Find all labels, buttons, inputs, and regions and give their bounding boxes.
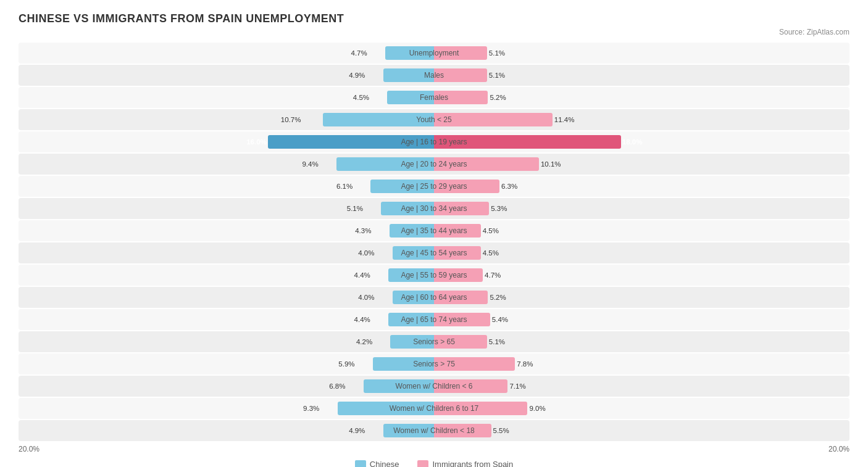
table-row: 4.3% Age | 35 to 44 years 4.5%: [19, 220, 849, 241]
chart-title: CHINESE VS IMMIGRANTS FROM SPAIN UNEMPLO…: [19, 12, 849, 25]
table-row: 4.0% Age | 60 to 64 years 5.2%: [19, 287, 849, 308]
table-row: 16.0% Age | 16 to 19 years 18.0%: [19, 131, 849, 152]
table-row: 4.4% Age | 55 to 59 years 4.7%: [19, 265, 849, 286]
table-row: 4.9% Women w/ Children < 18 5.5%: [19, 420, 849, 441]
legend-box-spain: [417, 460, 428, 468]
table-row: 5.1% Age | 30 to 34 years 5.3%: [19, 198, 849, 219]
table-row: 4.4% Age | 65 to 74 years 5.4%: [19, 309, 849, 330]
rows-wrapper: 4.7% Unemployment 5.1% 4.9% Males 5.1% 4…: [19, 43, 849, 441]
table-row: 4.2% Seniors > 65 5.1%: [19, 331, 849, 352]
table-row: 4.7% Unemployment 5.1%: [19, 43, 849, 64]
table-row: 6.1% Age | 25 to 29 years 6.3%: [19, 176, 849, 197]
table-row: 5.9% Seniors > 75 7.8%: [19, 353, 849, 374]
table-row: 4.9% Males 5.1%: [19, 65, 849, 86]
source-label: Source: ZipAtlas.com: [19, 28, 849, 36]
axis-right: 20.0%: [828, 445, 849, 453]
table-row: 9.3% Women w/ Children 6 to 17 9.0%: [19, 398, 849, 419]
table-row: 9.4% Age | 20 to 24 years 10.1%: [19, 154, 849, 175]
table-row: 10.7% Youth < 25 11.4%: [19, 109, 849, 130]
table-row: 4.5% Females 5.2%: [19, 87, 849, 108]
legend-label-spain: Immigrants from Spain: [432, 460, 513, 467]
axis-labels: 20.0% 20.0%: [19, 445, 849, 453]
legend: Chinese Immigrants from Spain: [19, 460, 849, 467]
chart-container: CHINESE VS IMMIGRANTS FROM SPAIN UNEMPLO…: [0, 0, 868, 467]
axis-left: 20.0%: [19, 445, 40, 453]
legend-item-chinese: Chinese: [355, 460, 399, 467]
legend-box-chinese: [355, 460, 366, 468]
legend-item-spain: Immigrants from Spain: [417, 460, 513, 467]
legend-label-chinese: Chinese: [370, 460, 399, 467]
chart-area: 4.7% Unemployment 5.1% 4.9% Males 5.1% 4…: [19, 43, 849, 453]
table-row: 4.0% Age | 45 to 54 years 4.5%: [19, 242, 849, 263]
table-row: 6.8% Women w/ Children < 6 7.1%: [19, 376, 849, 397]
